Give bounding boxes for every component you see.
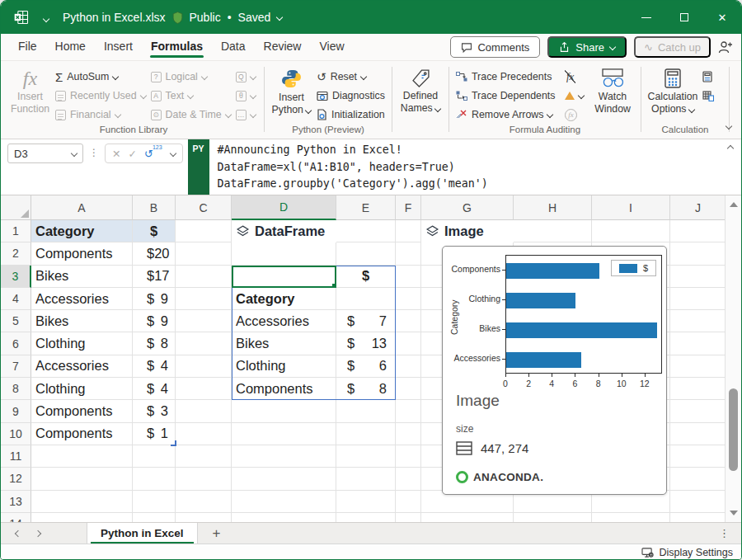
cell-B10[interactable]: $1 bbox=[133, 423, 176, 445]
row-header-5[interactable]: 5 bbox=[1, 310, 31, 332]
share-people-icon[interactable] bbox=[718, 40, 733, 54]
cell-B4[interactable]: $9 bbox=[133, 288, 176, 310]
name-box[interactable]: D3 bbox=[7, 144, 83, 163]
watch-window-button[interactable]: Watch Window bbox=[589, 66, 636, 115]
sheet-next-icon[interactable] bbox=[35, 529, 41, 536]
cell-J10[interactable] bbox=[670, 423, 726, 445]
code-line-2[interactable]: DataFrame=xl("A1:B10", headers=True) bbox=[218, 159, 733, 176]
cancel-icon[interactable]: ✕ bbox=[112, 148, 120, 160]
vertical-scrollbar[interactable] bbox=[725, 195, 741, 522]
cell-J8[interactable] bbox=[670, 378, 726, 400]
calculate-now-button[interactable] bbox=[700, 68, 721, 86]
cell-B1[interactable]: $ bbox=[133, 220, 176, 242]
cell-E10[interactable] bbox=[336, 423, 396, 445]
cell-D12[interactable] bbox=[232, 468, 336, 490]
cell-G1[interactable]: Image bbox=[421, 220, 514, 242]
cell-B14[interactable] bbox=[133, 513, 176, 522]
cell-J3[interactable] bbox=[670, 266, 726, 288]
row-header-2[interactable]: 2 bbox=[1, 242, 31, 265]
cell-J4[interactable] bbox=[670, 288, 726, 310]
column-header-D[interactable]: D bbox=[232, 195, 336, 220]
cell-D7[interactable]: Clothing bbox=[232, 355, 336, 378]
cell-F3[interactable] bbox=[396, 266, 421, 288]
row-header-6[interactable]: 6 bbox=[1, 332, 31, 355]
sheet-prev-icon[interactable] bbox=[15, 529, 21, 536]
financial-button[interactable]: Financial bbox=[53, 106, 148, 124]
row-header-11[interactable]: 11 bbox=[1, 445, 31, 468]
row-header-1[interactable]: 1 bbox=[1, 220, 31, 242]
code-line-3[interactable]: DataFrame.groupby('Category').agg('mean'… bbox=[218, 176, 733, 193]
cell-A12[interactable] bbox=[31, 468, 133, 490]
comments-button[interactable]: Comments bbox=[450, 36, 540, 58]
cell-E7[interactable]: $6 bbox=[336, 355, 396, 378]
calculation-options-button[interactable]: Calculation Options bbox=[646, 66, 700, 115]
cell-D9[interactable] bbox=[232, 400, 336, 422]
date-time-button[interactable]: ⊙Date & Time bbox=[148, 106, 233, 124]
tab-review[interactable]: Review bbox=[255, 38, 311, 57]
minimize-button[interactable] bbox=[627, 1, 665, 34]
cell-J11[interactable] bbox=[670, 445, 726, 468]
save-state-label[interactable]: Saved bbox=[238, 11, 271, 24]
row-header-10[interactable]: 10 bbox=[1, 423, 31, 445]
logical-button[interactable]: ?Logical bbox=[148, 68, 233, 86]
cell-A1[interactable]: Category bbox=[31, 220, 133, 242]
cell-E11[interactable] bbox=[336, 445, 396, 468]
autosum-button[interactable]: ΣAutoSum bbox=[53, 68, 148, 86]
insert-function-button[interactable]: fx Insert Function bbox=[7, 66, 53, 115]
row-header-14[interactable]: 14 bbox=[1, 513, 31, 522]
cell-C10[interactable] bbox=[176, 423, 232, 445]
cell-J2[interactable] bbox=[670, 242, 726, 265]
cell-E2[interactable] bbox=[336, 242, 396, 265]
calculate-sheet-button[interactable] bbox=[700, 87, 721, 105]
row-header-12[interactable]: 12 bbox=[1, 468, 31, 490]
formula-bar-handle-icon[interactable]: ⋮ bbox=[89, 144, 99, 158]
code-line-1[interactable]: #Announcing Python in Excel! bbox=[218, 142, 733, 159]
column-header-C[interactable]: C bbox=[176, 195, 232, 220]
column-header-J[interactable]: J bbox=[670, 195, 726, 220]
catch-up-button[interactable]: ∿ Catch up bbox=[634, 36, 711, 58]
cell-B11[interactable] bbox=[133, 445, 176, 468]
cell-B2[interactable]: $20 bbox=[133, 242, 176, 265]
cell-B5[interactable]: $9 bbox=[133, 310, 176, 332]
column-header-I[interactable]: I bbox=[592, 195, 670, 220]
tab-formulas[interactable]: Formulas bbox=[142, 38, 212, 57]
cell-A8[interactable]: Clothing bbox=[31, 378, 133, 400]
tab-bar-more-icon[interactable]: ⋮ bbox=[707, 523, 741, 544]
tab-file[interactable]: File bbox=[9, 38, 46, 57]
cell-C3[interactable] bbox=[176, 266, 232, 288]
cell-F14[interactable] bbox=[396, 513, 421, 522]
convert-to-value-icon[interactable]: ↺123 bbox=[144, 148, 163, 160]
cell-F7[interactable] bbox=[396, 355, 421, 378]
cell-F5[interactable] bbox=[396, 310, 421, 332]
share-button[interactable]: Share bbox=[547, 36, 627, 58]
enter-icon[interactable]: ✓ bbox=[128, 148, 136, 160]
cell-D5[interactable]: Accessories bbox=[232, 310, 336, 332]
defined-names-button[interactable]: Defined Names bbox=[397, 66, 444, 114]
cell-D8[interactable]: Components bbox=[232, 378, 336, 400]
math-trig-button[interactable]: θ bbox=[233, 87, 260, 105]
cell-F13[interactable] bbox=[396, 491, 421, 513]
cell-C13[interactable] bbox=[176, 491, 232, 513]
cell-A9[interactable]: Components bbox=[31, 400, 133, 422]
show-formulas-button[interactable]: fx bbox=[562, 68, 578, 86]
tab-home[interactable]: Home bbox=[46, 38, 95, 57]
formula-input[interactable]: #Announcing Python in Excel!DataFrame=xl… bbox=[209, 139, 741, 195]
trace-precedents-button[interactable]: Trace Precedents bbox=[453, 68, 562, 86]
cell-C9[interactable] bbox=[176, 400, 232, 422]
evaluate-formula-button[interactable]: fx bbox=[562, 106, 580, 124]
more-functions-button[interactable]: … bbox=[233, 106, 260, 124]
cell-J5[interactable] bbox=[670, 310, 726, 332]
excel-app-icon[interactable] bbox=[13, 9, 30, 26]
diagnostics-button[interactable]: Diagnostics bbox=[314, 87, 387, 105]
cell-F8[interactable] bbox=[396, 378, 421, 400]
cell-D11[interactable] bbox=[232, 445, 336, 468]
cell-J1[interactable] bbox=[670, 220, 726, 242]
cell-C14[interactable] bbox=[176, 513, 232, 522]
scroll-down-icon[interactable] bbox=[730, 511, 738, 515]
column-header-G[interactable]: G bbox=[421, 195, 514, 220]
cell-A4[interactable]: Accessories bbox=[31, 288, 133, 310]
cell-C4[interactable] bbox=[176, 288, 232, 310]
cell-E5[interactable]: $7 bbox=[336, 310, 396, 332]
trace-dependents-button[interactable]: Trace Dependents bbox=[453, 87, 562, 105]
cell-D4[interactable]: Category bbox=[232, 288, 336, 310]
